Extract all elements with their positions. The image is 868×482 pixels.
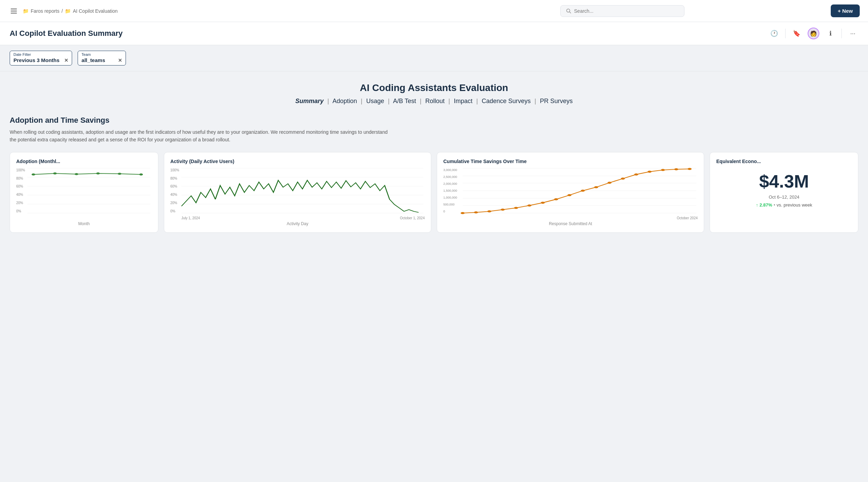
more-icon[interactable]: ··· [847,28,858,39]
breadcrumb-current[interactable]: AI Copilot Evaluation [73,8,118,14]
section-description: When rolling out coding assistants, adop… [10,128,389,144]
svg-rect-1 [11,11,17,11]
search-input[interactable] [574,8,679,14]
card1-chart: 100% 80% 60% 40% 20% 0% [16,168,152,220]
avatar-button[interactable]: 🧑 [808,28,819,39]
card2-y-axis: 100% 80% 60% 40% 20% 0% [170,168,179,213]
card3-chart-inner [463,168,696,213]
divider2 [841,29,842,38]
history-icon[interactable]: 🕐 [769,28,780,39]
big-number-date: Oct 6–12, 2024 [716,194,852,200]
card3-chart: 3,000,000 2,500,000 2,000,000 1,500,000 … [443,168,698,220]
svg-point-43 [634,173,638,175]
nav-abtest[interactable]: A/B Test [393,98,416,104]
card4-title: Equivalent Econo... [716,159,852,164]
breadcrumb-folder-icon: 📁 [23,8,29,14]
svg-point-33 [501,209,505,211]
sidebar-toggle[interactable] [8,6,19,17]
svg-point-44 [648,171,652,173]
change-label: vs. previous week [777,202,812,208]
nav-cadence[interactable]: Cadence Surveys [482,98,531,104]
nav-usage[interactable]: Usage [366,98,384,104]
equivalent-economic-card: Equivalent Econo... $4.3M Oct 6–12, 2024… [710,152,858,233]
svg-point-12 [53,172,57,174]
nav-rollout[interactable]: Rollout [425,98,445,104]
card3-x-label: Response Submitted At [443,221,698,226]
svg-point-34 [514,207,518,209]
date-filter-chip[interactable]: Date Filter Previous 3 Months ✕ [10,51,72,66]
breadcrumb-folder-icon2: 📁 [65,8,71,14]
svg-line-4 [570,12,571,13]
card3-x-axis: October 2024 [463,216,698,220]
svg-point-35 [527,204,532,207]
cumulative-savings-card: Cumulative Time Savings Over Time 3,000,… [437,152,704,233]
svg-point-31 [474,211,478,213]
svg-point-13 [75,173,78,175]
main-content: AI Coding Assistants Evaluation Summary … [0,71,868,244]
breadcrumb-separator: / [61,8,63,14]
svg-point-42 [621,178,625,180]
card2-chart: 100% 80% 60% 40% 20% 0% [170,168,425,220]
divider1 [785,29,786,38]
svg-point-45 [661,169,665,171]
new-button[interactable]: + New [831,4,860,17]
date-filter-clear[interactable]: ✕ [64,58,68,63]
svg-point-32 [487,210,492,212]
date-filter-value: Previous 3 Months ✕ [13,57,68,63]
section-title: Adoption and Time Savings [10,116,858,125]
svg-rect-0 [11,9,17,9]
svg-point-37 [554,198,558,200]
svg-point-47 [688,168,692,170]
svg-point-40 [594,186,598,188]
card2-title: Activity (Daily Active Users) [170,159,425,164]
breadcrumb-root[interactable]: Faros reports [31,8,59,14]
adoption-monthly-card: Adoption (Monthl... 100% 80% 60% 40% 20%… [10,152,158,233]
card1-chart-inner [27,168,150,213]
card1-x-label: Month [16,221,152,226]
svg-point-16 [139,173,143,175]
date-filter-label: Date Filter [13,52,68,57]
svg-point-41 [608,182,612,184]
svg-point-38 [568,194,572,196]
filter-bar: Date Filter Previous 3 Months ✕ Team all… [0,45,868,71]
bookmark-icon[interactable]: 🔖 [791,28,802,39]
page-header: AI Copilot Evaluation Summary 🕐 🔖 🧑 ℹ ··… [0,22,868,45]
card3-y-axis: 3,000,000 2,500,000 2,000,000 1,500,000 … [443,168,457,213]
card3-title: Cumulative Time Savings Over Time [443,159,698,164]
report-header: AI Coding Assistants Evaluation Summary … [10,82,858,105]
nav-summary[interactable]: Summary [295,98,324,104]
card1-title: Adoption (Monthl... [16,159,152,164]
svg-point-36 [541,202,545,204]
cards-grid: Adoption (Monthl... 100% 80% 60% 40% 20%… [10,152,858,233]
team-filter-clear[interactable]: ✕ [118,58,122,63]
page-title: AI Copilot Evaluation Summary [10,29,123,38]
nav-center [420,5,825,17]
top-navigation: 📁 Faros reports / 📁 AI Copilot Evaluatio… [0,0,868,22]
nav-right: + New [831,4,860,17]
report-nav: Summary | Adoption | Usage | A/B Test | … [10,98,858,105]
change-dot: • [773,202,775,208]
card2-x-axis: July 1, 2024 October 1, 2024 [181,216,425,220]
change-arrow: ↑ [756,202,758,208]
card2-chart-inner [181,168,423,213]
card1-y-axis: 100% 80% 60% 40% 20% 0% [16,168,25,213]
nav-adoption[interactable]: Adoption [333,98,357,104]
search-icon [566,8,571,14]
nav-impact[interactable]: Impact [454,98,472,104]
svg-rect-2 [11,13,17,13]
svg-point-11 [31,173,35,175]
change-pct: 2.87% [760,202,772,208]
team-filter-value: all_teams ✕ [81,57,122,63]
nav-left: 📁 Faros reports / 📁 AI Copilot Evaluatio… [8,6,414,17]
info-icon[interactable]: ℹ [825,28,836,39]
team-filter-chip[interactable]: Team all_teams ✕ [78,51,126,66]
team-filter-label: Team [81,52,122,57]
big-number-value: $4.3M [716,171,852,192]
breadcrumb: 📁 Faros reports / 📁 AI Copilot Evaluatio… [23,8,118,14]
svg-point-39 [581,190,585,192]
card2-x-label: Activity Day [170,221,425,226]
nav-pr[interactable]: PR Surveys [540,98,573,104]
header-actions: 🕐 🔖 🧑 ℹ ··· [769,28,858,39]
search-bar[interactable] [560,5,684,17]
svg-point-30 [461,212,465,214]
